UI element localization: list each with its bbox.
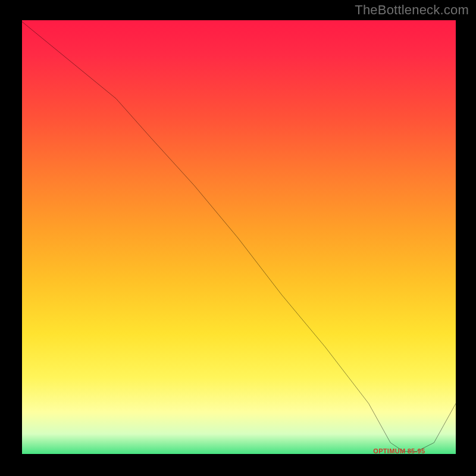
plot-area: OPTIMUM 85-95 [20, 20, 456, 456]
chart-frame: TheBottleneck.com OPTIMUM 85-95 [0, 0, 476, 476]
watermark-text: TheBottleneck.com [355, 2, 469, 18]
optimum-annotation: OPTIMUM 85-95 [373, 447, 425, 455]
bottleneck-curve [20, 20, 456, 456]
